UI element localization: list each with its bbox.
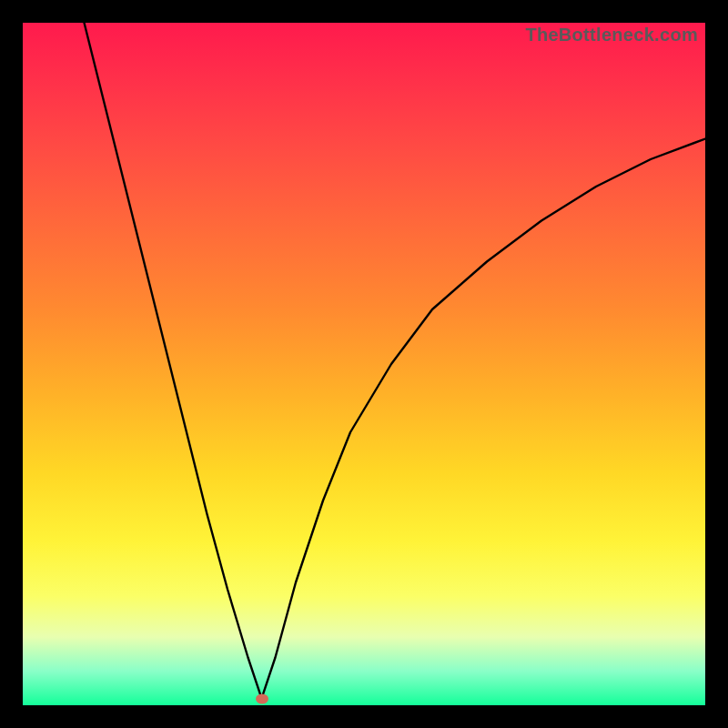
curve-svg	[23, 23, 705, 705]
chart-frame: TheBottleneck.com	[0, 0, 728, 728]
bottleneck-curve	[85, 23, 706, 699]
plot-area: TheBottleneck.com	[23, 23, 705, 705]
minimum-marker	[256, 693, 268, 703]
